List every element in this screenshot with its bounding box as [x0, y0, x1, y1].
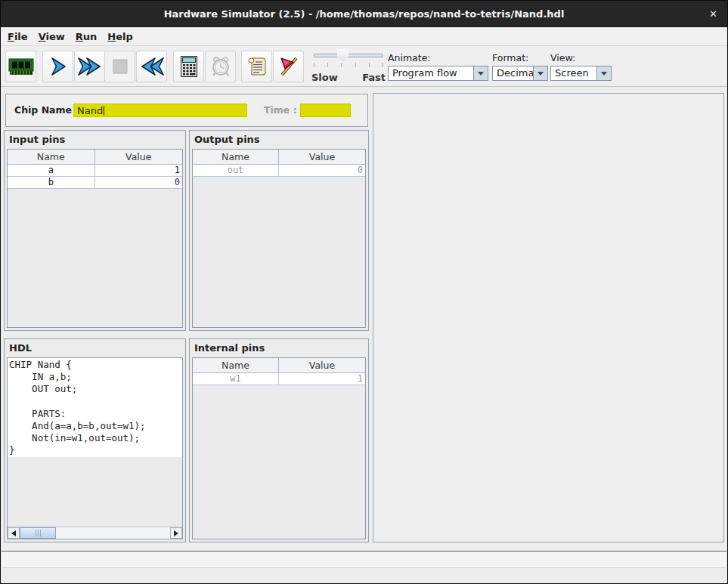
view-script-button[interactable] [241, 51, 272, 82]
menu-help[interactable]: Help [107, 31, 132, 42]
breakpoints-button[interactable] [273, 51, 304, 82]
view-dropdown-button[interactable] [596, 66, 611, 80]
pin-value: 0 [279, 165, 365, 176]
hdl-viewer: CHIP Nand { IN a,b; OUT out; PARTS: And(… [7, 357, 183, 539]
format-label: Format: [492, 52, 548, 63]
format-dropdown-button[interactable] [533, 66, 547, 80]
input-pins-table: Name Value a 1 b 0 [7, 149, 183, 328]
alarm-clock-icon [210, 56, 231, 77]
output-pins-table: Name Value out 0 [192, 149, 366, 328]
text-cursor [104, 106, 104, 116]
animate-label: Animate: [388, 52, 488, 63]
scroll-left-button[interactable] [8, 527, 20, 539]
chip-name-bar: Chip Name : Nand Time : [5, 94, 368, 127]
reset-button[interactable] [136, 51, 167, 82]
stop-button[interactable] [104, 51, 135, 82]
table-header: Name Value [8, 150, 182, 165]
format-value: Decimal [493, 66, 533, 80]
evaluate-button[interactable] [173, 51, 204, 82]
chevron-down-icon [478, 72, 484, 76]
chevron-down-icon [601, 72, 607, 76]
window-title: Hardware Simulator (2.5) - /home/thomas/… [1, 1, 727, 27]
animate-group: Animate: Program flow [388, 52, 488, 81]
animate-dropdown-button[interactable] [473, 66, 488, 80]
triangle-left-icon [11, 530, 16, 536]
output-pins-title: Output pins [190, 131, 368, 148]
hdl-horizontal-scrollbar [8, 527, 182, 539]
pin-name: b [8, 177, 95, 188]
internal-pins-panel: Internal pins Name Value w1 1 [189, 338, 369, 542]
pin-name: w1 [193, 373, 279, 385]
table-row: w1 1 [193, 373, 365, 385]
view-select[interactable]: Screen [550, 66, 612, 81]
hdl-title: HDL [5, 339, 185, 357]
rewind-icon [139, 57, 165, 76]
run-button[interactable] [74, 51, 105, 82]
triangle-right-icon [174, 530, 178, 536]
view-value: Screen [551, 66, 596, 80]
status-bar [2, 551, 726, 568]
stop-square-icon [113, 59, 128, 74]
internal-pins-title: Internal pins [190, 339, 368, 357]
table-row: a 1 [8, 165, 182, 177]
slider-slow-label: Slow [311, 72, 338, 83]
memory-chip-icon [8, 57, 34, 76]
input-pins-title: Input pins [5, 131, 185, 148]
view-label: View: [550, 52, 612, 63]
animate-select[interactable]: Program flow [388, 66, 488, 81]
table-row: b 0 [8, 177, 182, 189]
speed-slider-group: Slow Fast [309, 47, 386, 87]
scroll-right-button[interactable] [170, 527, 182, 539]
scrollbar-track[interactable] [20, 527, 170, 539]
screen-view-panel [373, 93, 724, 542]
pin-value: 1 [279, 373, 365, 385]
speed-slider-track[interactable] [314, 54, 383, 57]
clock-button[interactable] [205, 51, 236, 82]
hardware-simulator-window: Hardware Simulator (2.5) - /home/thomas/… [0, 0, 728, 584]
pin-value[interactable]: 0 [95, 177, 183, 188]
internal-pins-table: Name Value w1 1 [192, 357, 366, 539]
pin-value[interactable]: 1 [95, 165, 183, 176]
hdl-code: CHIP Nand { IN a,b; OUT out; PARTS: And(… [8, 358, 182, 457]
speed-slider-thumb[interactable] [337, 49, 349, 62]
output-pins-panel: Output pins Name Value out 0 [189, 130, 369, 331]
animate-value: Program flow [389, 66, 473, 80]
chip-name-input[interactable]: Nand [73, 104, 247, 117]
pin-name: a [8, 165, 95, 176]
scrollbar-thumb[interactable] [20, 527, 56, 539]
titlebar[interactable]: Hardware Simulator (2.5) - /home/thomas/… [1, 1, 727, 27]
pin-name: out [193, 165, 279, 176]
table-header: Name Value [193, 150, 365, 165]
menu-view[interactable]: View [39, 31, 65, 42]
format-select[interactable]: Decimal [492, 66, 548, 81]
single-step-button[interactable] [42, 51, 73, 82]
hdl-panel: HDL CHIP Nand { IN a,b; OUT out; PARTS: … [4, 338, 186, 542]
toolbar: Slow Fast Animate: Program flow Format: … [1, 47, 727, 87]
table-row: out 0 [193, 165, 365, 177]
close-icon[interactable]: ✕ [709, 1, 717, 27]
load-chip-button[interactable] [5, 51, 36, 82]
time-field[interactable] [300, 104, 351, 117]
format-group: Format: Decimal [492, 52, 548, 81]
menu-file[interactable]: File [8, 31, 28, 42]
input-pins-panel: Input pins Name Value a 1 b 0 [4, 130, 186, 331]
flag-pen-icon [278, 56, 299, 77]
grip-icon [38, 530, 39, 536]
chevron-down-icon [537, 72, 544, 76]
time-label: Time : [264, 104, 297, 116]
menu-run[interactable]: Run [76, 31, 98, 42]
chip-name-label: Chip Name : [14, 104, 79, 116]
slider-fast-label: Fast [362, 72, 386, 83]
slider-ticks [314, 63, 383, 67]
step-forward-icon [49, 57, 67, 76]
calculator-icon [180, 55, 198, 78]
view-group: View: Screen [550, 52, 612, 81]
fast-forward-icon [77, 57, 103, 76]
scroll-icon [246, 56, 268, 77]
table-header: Name Value [193, 358, 365, 373]
menu-bar: File View Run Help [1, 28, 727, 46]
